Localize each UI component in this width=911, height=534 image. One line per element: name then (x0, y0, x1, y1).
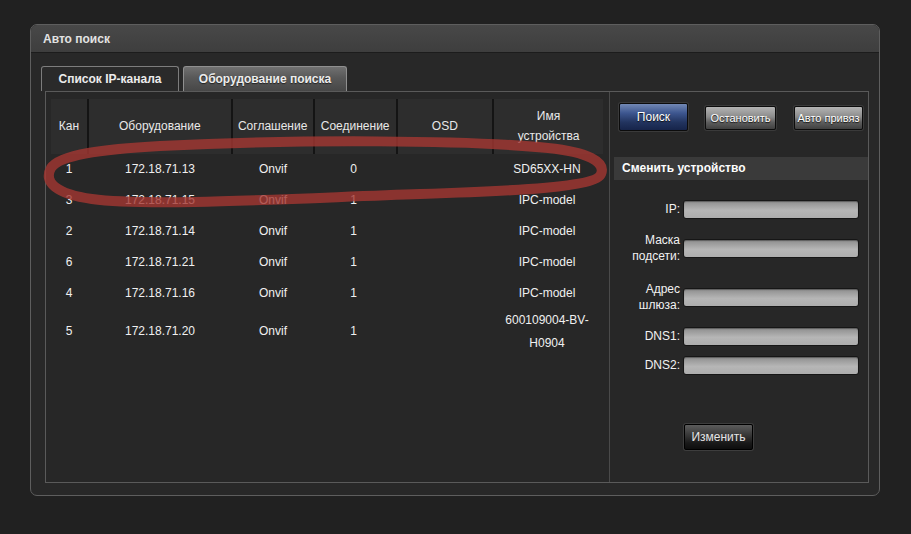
column-header-osd: OSD (398, 99, 492, 154)
table-row[interactable]: 2 172.18.71.14 Onvif 1 IPC-model (51, 216, 603, 247)
cell-device-name: 600109004-BV-H0904 (491, 309, 603, 355)
cell-channel: 6 (51, 251, 87, 274)
gateway-label: Адрес шлюза: (614, 281, 680, 313)
cell-connection: 1 (313, 320, 394, 343)
column-header-device-name: Имя устройства (494, 99, 603, 154)
cell-device-name: IPC-model (491, 282, 603, 305)
cell-protocol: Onvif (233, 320, 313, 343)
cell-device-name: SD65XX-HN (491, 158, 603, 181)
ip-label: IP: (614, 201, 680, 217)
change-device-section-title: Сменить устройство (614, 157, 868, 180)
table-row[interactable]: 3 172.18.71.15 Onvif 1 IPC-model (51, 185, 603, 216)
change-button[interactable]: Изменить (684, 424, 753, 450)
cell-device: 172.18.71.14 (87, 220, 233, 243)
gateway-field-row: Адрес шлюза: (614, 279, 862, 315)
gateway-input[interactable] (683, 288, 859, 307)
device-table: Кан Оборудование Соглашение Соединение O… (51, 99, 603, 354)
subnet-mask-label: Маска подсети: (614, 232, 680, 264)
column-header-connection: Соединение (315, 99, 396, 154)
cell-connection: 1 (313, 220, 394, 243)
cell-channel: 1 (51, 158, 87, 181)
dialog-title: Авто поиск (43, 32, 110, 46)
dialog-content: Кан Оборудование Соглашение Соединение O… (45, 91, 869, 483)
cell-device: 172.18.71.20 (87, 320, 233, 343)
cell-device: 172.18.71.16 (87, 282, 233, 305)
cell-protocol: Onvif (233, 189, 313, 212)
tab-ip-channel-list[interactable]: Список IP-канала (41, 66, 179, 91)
cell-device-name: IPC-model (491, 251, 603, 274)
right-panel: Поиск Остановить Авто привяз Сменить уст… (614, 92, 868, 482)
stop-button[interactable]: Остановить (705, 106, 776, 130)
cell-channel: 4 (51, 282, 87, 305)
cell-channel: 5 (51, 320, 87, 343)
table-row[interactable]: 5 172.18.71.20 Onvif 1 600109004-BV-H090… (51, 309, 603, 354)
ip-field-row: IP: (614, 199, 862, 219)
ip-input[interactable] (683, 200, 859, 219)
cell-connection: 1 (313, 189, 394, 212)
tab-search-equipment[interactable]: Оборудование поиска (183, 66, 347, 91)
auto-search-dialog: Авто поиск Список IP-канала Оборудование… (30, 24, 880, 496)
cell-protocol: Onvif (233, 251, 313, 274)
dns1-label: DNS1: (614, 328, 680, 344)
cell-protocol: Onvif (233, 282, 313, 305)
dns2-input[interactable] (683, 356, 859, 375)
cell-channel: 3 (51, 189, 87, 212)
subnet-mask-field-row: Маска подсети: (614, 230, 862, 266)
dns1-field-row: DNS1: (614, 326, 862, 346)
device-table-header: Кан Оборудование Соглашение Соединение O… (51, 99, 603, 154)
cell-device: 172.18.71.21 (87, 251, 233, 274)
cell-device: 172.18.71.15 (87, 189, 233, 212)
table-row[interactable]: 4 172.18.71.16 Onvif 1 IPC-model (51, 278, 603, 309)
dns1-input[interactable] (683, 327, 859, 346)
table-row[interactable]: 6 172.18.71.21 Onvif 1 IPC-model (51, 247, 603, 278)
subnet-mask-input[interactable] (683, 239, 859, 258)
dns2-label: DNS2: (614, 357, 680, 373)
vertical-divider (609, 92, 610, 482)
cell-protocol: Onvif (233, 158, 313, 181)
cell-device: 172.18.71.13 (87, 158, 233, 181)
cell-device-name: IPC-model (491, 220, 603, 243)
cell-connection: 1 (313, 251, 394, 274)
search-button[interactable]: Поиск (619, 103, 688, 131)
tab-bar: Список IP-канала Оборудование поиска (41, 66, 347, 91)
column-header-channel: Кан (51, 99, 87, 154)
cell-connection: 0 (313, 158, 394, 181)
auto-bind-button[interactable]: Авто привяз (794, 106, 863, 130)
dns2-field-row: DNS2: (614, 355, 862, 375)
cell-device-name: IPC-model (491, 189, 603, 212)
table-row[interactable]: 1 172.18.71.13 Onvif 0 SD65XX-HN (51, 154, 603, 185)
cell-connection: 1 (313, 282, 394, 305)
cell-channel: 2 (51, 220, 87, 243)
dialog-titlebar: Авто поиск (31, 25, 879, 53)
column-header-device: Оборудование (89, 99, 231, 154)
cell-protocol: Onvif (233, 220, 313, 243)
column-header-protocol: Соглашение (233, 99, 313, 154)
